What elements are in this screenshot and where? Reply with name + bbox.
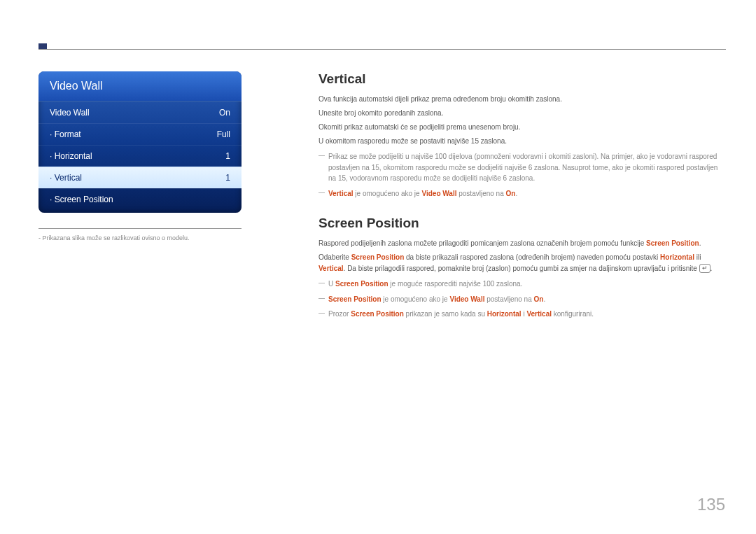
heading-screen-position: Screen Position [318,216,726,231]
left-column: Video Wall Video Wall On Format Full Hor… [38,71,247,241]
note-text: U [328,280,335,288]
note-text: je omogućeno ako je [382,295,450,303]
vertical-p1: Ova funkcija automatski dijeli prikaz pr… [318,94,726,105]
text: . [699,239,701,247]
text: . [710,265,713,272]
note-bold: Vertical [328,190,354,197]
note-text: Prozor [328,310,351,318]
note-bold: Horizontal [487,310,522,318]
osd-row-format[interactable]: Format Full [38,123,241,145]
heading-vertical: Vertical [318,71,726,87]
text: da biste prikazali raspored zaslona (odr… [404,253,660,261]
sp-note-100: U Screen Position je moguće rasporediti … [318,279,726,290]
page-number: 135 [697,495,725,514]
sp-p1: Raspored podijeljenih zaslona možete pri… [318,238,726,249]
osd-row-screen-position[interactable]: Screen Position [38,188,241,210]
note-bold: Screen Position [328,295,382,303]
osd-row-value: 1 [225,151,230,161]
note-text: postavljeno na [456,190,505,197]
note-bold: Vertical [526,310,552,318]
osd-row-label: Horizontal [50,151,92,161]
vertical-p4: U okomitom rasporedu može se postaviti n… [318,136,726,147]
osd-row-vertical[interactable]: Vertical 1 [38,167,241,188]
text: Odaberite [318,253,351,261]
header-accent [38,43,47,49]
note-bold: On [506,190,516,197]
image-caption: - Prikazana slika može se razlikovati ov… [38,234,247,241]
osd-panel: Video Wall Video Wall On Format Full Hor… [38,71,241,213]
bold: Screen Position [351,253,405,261]
osd-row-value: Full [217,129,230,139]
note-bold: Video Wall [421,190,456,197]
note-text: . [543,295,545,303]
text: Raspored podijeljenih zaslona možete pri… [318,239,646,247]
left-divider [38,228,241,229]
note-text: je moguće rasporediti najviše 100 zaslon… [388,280,523,288]
text: . Da biste prilagodili raspored, pomakni… [344,265,699,272]
sp-p2: Odaberite Screen Position da biste prika… [318,252,726,274]
osd-title: Video Wall [38,71,241,101]
vertical-p3: Okomiti prikaz automatski će se podijeli… [318,122,726,133]
vertical-p2: Unesite broj okomito poredanih zaslona. [318,108,726,119]
vertical-note-max: Prikaz se može podijeliti u najviše 100 … [318,151,726,184]
right-column: Vertical Ova funkcija automatski dijeli … [318,71,726,320]
note-text: postavljeno na [484,295,533,303]
note-text: . [515,190,517,197]
note-bold: Screen Position [335,280,388,288]
header-rule [38,49,726,50]
osd-row-horizontal[interactable]: Horizontal 1 [38,145,241,167]
note-bold: On [534,295,544,303]
note-text: konfigurirani. [552,310,594,318]
osd-row-label: Format [50,129,81,139]
note-text: je omogućeno ako je [354,190,422,197]
sp-note-enabled: Screen Position je omogućeno ako je Vide… [318,294,726,305]
osd-row-label: Vertical [50,173,82,183]
enter-icon: ↵ [699,264,710,273]
osd-row-value: On [219,108,230,118]
osd-row-label: Video Wall [50,108,90,118]
osd-row-value: 1 [225,173,230,183]
vertical-note-enabled: Vertical je omogućeno ako je Video Wall … [318,188,726,199]
note-bold: Screen Position [351,310,404,318]
sp-note-window: Prozor Screen Position prikazan je samo … [318,309,726,320]
bold: Vertical [318,265,344,272]
osd-row-label: Screen Position [50,195,113,204]
text: ili [694,253,701,261]
note-text: Prikaz se može podijeliti u najviše 100 … [328,153,718,182]
bold: Horizontal [660,253,694,261]
note-text: prikazan je samo kada su [404,310,487,318]
osd-row-video-wall[interactable]: Video Wall On [38,101,241,123]
note-bold: Video Wall [449,295,484,303]
bold: Screen Position [646,239,699,247]
